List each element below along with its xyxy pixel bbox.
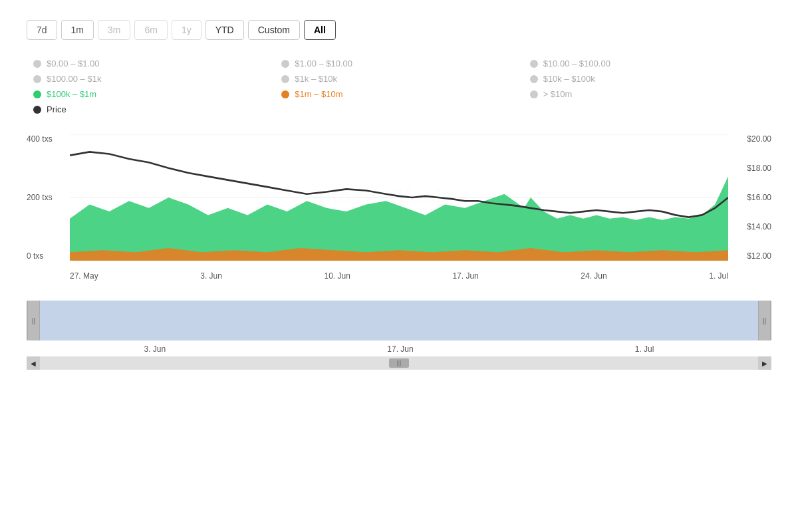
legend-label-1: $1.00 – $10.00 <box>295 59 352 68</box>
legend-label-5: $10k – $100k <box>543 74 595 84</box>
legend-label-9: Price <box>47 104 66 114</box>
navigator-handle-right[interactable]: || <box>758 301 770 340</box>
legend-item-6: $100k – $1m <box>33 89 268 99</box>
y-right-1: $18.00 <box>747 164 771 173</box>
legend-dot-7 <box>281 90 289 98</box>
time-btn-6m[interactable]: 6m <box>134 20 167 40</box>
y-left-bottom: 0 txs <box>27 251 73 261</box>
legend-dot-8 <box>530 90 538 98</box>
legend-label-4: $1k – $10k <box>295 74 337 84</box>
nav-label-1: 17. Jun <box>387 344 413 354</box>
x-label-0: 27. May <box>70 271 98 281</box>
x-axis-labels: 27. May3. Jun10. Jun17. Jun24. Jun1. Jul <box>70 271 728 281</box>
legend-label-7: $1m – $10m <box>295 89 342 99</box>
time-btn-ytd[interactable]: YTD <box>205 20 244 40</box>
y-right-0: $20.00 <box>747 134 771 144</box>
navigator-labels: 3. Jun17. Jun1. Jul <box>27 344 771 354</box>
legend-item-2: $10.00 – $100.00 <box>530 59 765 68</box>
legend-item-7: $1m – $10m <box>281 89 516 99</box>
legend-item-8: > $10m <box>530 89 765 99</box>
main-container: 7d1m3m6m1yYTDCustomAll $0.00 – $1.00$1.0… <box>0 0 798 532</box>
legend-label-6: $100k – $1m <box>47 89 96 99</box>
legend-dot-1 <box>281 60 289 68</box>
legend-item-4: $1k – $10k <box>281 74 516 84</box>
time-btn-3m[interactable]: 3m <box>98 20 130 40</box>
time-btn-custom[interactable]: Custom <box>248 20 300 40</box>
y-right-3: $14.00 <box>747 222 771 231</box>
chart-area: 400 txs 200 txs 0 txs IntoTheBlock <box>27 134 771 281</box>
legend-label-0: $0.00 – $1.00 <box>47 59 100 68</box>
legend-item-1: $1.00 – $10.00 <box>281 59 516 68</box>
navigator-scrollbar[interactable]: ◀ ||| ▶ <box>27 356 771 370</box>
legend-label-3: $100.00 – $1k <box>47 74 101 84</box>
x-label-4: 24. Jun <box>581 271 606 281</box>
legend-dot-5 <box>530 75 538 83</box>
time-btn-1y[interactable]: 1y <box>172 20 201 40</box>
scroll-left-arrow[interactable]: ◀ <box>27 356 40 370</box>
time-btn-1m[interactable]: 1m <box>61 20 94 40</box>
legend-item-0: $0.00 – $1.00 <box>33 59 268 68</box>
y-axis-right: $20.00 $18.00 $16.00 $14.00 $12.00 <box>732 134 771 261</box>
time-btn-7d[interactable]: 7d <box>27 20 57 40</box>
nav-label-0: 3. Jun <box>144 344 166 354</box>
x-label-1: 3. Jun <box>200 271 222 281</box>
navigator-selection: || || <box>27 301 771 340</box>
x-label-5: 1. Jul <box>709 271 728 281</box>
legend-dot-4 <box>281 75 289 83</box>
y-right-4: $12.00 <box>747 251 771 261</box>
legend-dot-2 <box>530 60 538 68</box>
nav-label-2: 1. Jul <box>635 344 654 354</box>
navigator: || || 3. Jun17. Jun1. Jul ◀ ||| ▶ <box>27 301 771 367</box>
time-btn-all[interactable]: All <box>304 20 336 40</box>
legend-dot-0 <box>33 60 41 68</box>
legend: $0.00 – $1.00$1.00 – $10.00$10.00 – $100… <box>27 59 771 114</box>
navigator-handle-left[interactable]: || <box>28 301 40 340</box>
legend-item-9: Price <box>33 104 268 114</box>
legend-dot-6 <box>33 90 41 98</box>
y-left-top: 400 txs <box>27 134 73 144</box>
y-left-mid: 200 txs <box>27 193 73 202</box>
legend-label-8: > $10m <box>543 89 573 99</box>
legend-label-2: $10.00 – $100.00 <box>543 59 610 68</box>
y-right-2: $16.00 <box>747 193 771 202</box>
navigator-background: || || <box>27 301 771 340</box>
scroll-right-arrow[interactable]: ▶ <box>758 356 771 370</box>
scroll-thumb[interactable]: ||| <box>389 358 409 368</box>
chart-svg-area: IntoTheBlock <box>70 134 728 261</box>
legend-item-5: $10k – $100k <box>530 74 765 84</box>
legend-item-3: $100.00 – $1k <box>33 74 268 84</box>
time-filter-bar: 7d1m3m6m1yYTDCustomAll <box>27 20 771 40</box>
y-axis-left: 400 txs 200 txs 0 txs <box>27 134 73 261</box>
x-label-3: 17. Jun <box>452 271 478 281</box>
legend-dot-3 <box>33 75 41 83</box>
legend-dot-9 <box>33 106 41 114</box>
x-label-2: 10. Jun <box>324 271 350 281</box>
